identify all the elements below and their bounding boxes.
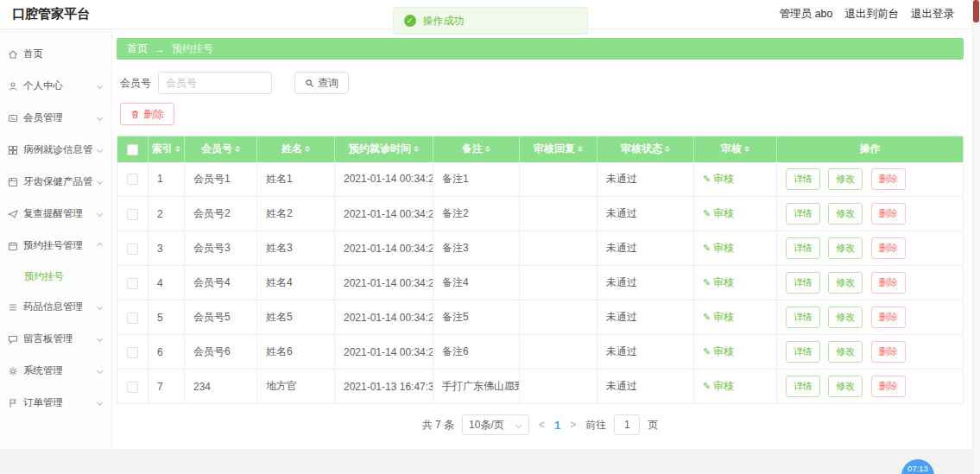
row-checkbox[interactable] bbox=[127, 243, 138, 255]
sort-icon[interactable] bbox=[665, 143, 670, 155]
cell-audit-reply bbox=[520, 197, 597, 231]
edit-icon: ✎ bbox=[703, 277, 711, 288]
goto-label: 前往 bbox=[585, 418, 606, 433]
cell-remark: 手打广东佛山愿到十分 bbox=[433, 370, 520, 404]
sidebar-item-recheck-reminder-management[interactable]: 复查提醒管理 bbox=[0, 198, 111, 230]
check-circle-icon: ✓ bbox=[404, 15, 416, 27]
edit-button[interactable]: 修改 bbox=[828, 237, 863, 259]
col-header-index: 索引 bbox=[152, 142, 173, 156]
logout-link[interactable]: 退出登录 bbox=[911, 7, 954, 22]
query-button[interactable]: 查询 bbox=[294, 72, 349, 94]
goto-unit: 页 bbox=[648, 418, 658, 433]
audit-link[interactable]: ✎审核 bbox=[703, 206, 734, 221]
sort-icon[interactable] bbox=[578, 143, 583, 155]
select-all-checkbox[interactable] bbox=[127, 144, 138, 155]
sidebar-item-medicine-info-management[interactable]: 药品信息管理 bbox=[0, 291, 111, 323]
delete-button[interactable]: 删除 bbox=[871, 307, 906, 328]
chevron-down-icon bbox=[515, 421, 522, 427]
sidebar-item-message-board-management[interactable]: 留言板管理 bbox=[0, 323, 111, 355]
edit-button[interactable]: 修改 bbox=[828, 203, 863, 224]
app-window: 口腔管家平台 管理员 abo 退出到前台 退出登录 ✓ 操作成功 首页 个人中心… bbox=[0, 0, 980, 474]
sidebar-item-personal-center[interactable]: 个人中心 bbox=[0, 70, 111, 102]
pagination: 共 7 条 10条/页 < 1 > 前往 页 bbox=[117, 414, 964, 435]
box-icon bbox=[8, 177, 18, 187]
delete-button[interactable]: 删除 bbox=[871, 272, 906, 294]
edit-button[interactable]: 修改 bbox=[828, 307, 863, 328]
detail-button[interactable]: 详情 bbox=[786, 307, 820, 328]
sidebar-item-appointment-management[interactable]: 预约挂号管理 bbox=[0, 230, 111, 262]
sidebar-item-member-management[interactable]: 会员管理 bbox=[0, 102, 111, 134]
audit-link[interactable]: ✎审核 bbox=[703, 310, 734, 325]
delete-button[interactable]: 删除 bbox=[871, 203, 906, 224]
sort-icon[interactable] bbox=[485, 143, 490, 155]
cell-index: 1 bbox=[149, 162, 185, 197]
breadcrumb-home[interactable]: 首页 bbox=[127, 41, 148, 56]
cell-name: 姓名5 bbox=[257, 300, 335, 335]
chevron-down-icon bbox=[97, 336, 103, 342]
vertical-scrollbar[interactable] bbox=[972, 0, 980, 474]
edit-button[interactable]: 修改 bbox=[828, 168, 863, 190]
audit-link[interactable]: ✎审核 bbox=[703, 379, 734, 394]
sidebar: 首页 个人中心 会员管理 病例就诊信息管理 牙齿保健产品管理 bbox=[0, 29, 112, 449]
edit-button[interactable]: 修改 bbox=[828, 272, 863, 294]
cell-member-no: 会员号3 bbox=[185, 231, 257, 266]
detail-button[interactable]: 详情 bbox=[786, 203, 820, 224]
page-size-select[interactable]: 10条/页 bbox=[462, 414, 529, 435]
sort-icon[interactable] bbox=[414, 143, 419, 155]
cell-time: 2021-01-14 00:34:26 bbox=[335, 335, 433, 370]
home-icon bbox=[8, 49, 18, 60]
cell-remark: 备注6 bbox=[433, 335, 520, 370]
cell-time: 2021-01-14 00:34:26 bbox=[335, 266, 433, 300]
detail-button[interactable]: 详情 bbox=[786, 341, 820, 363]
detail-button[interactable]: 详情 bbox=[786, 237, 820, 259]
detail-button[interactable]: 详情 bbox=[786, 168, 820, 190]
table-row: 5 会员号5 姓名5 2021-01-14 00:34:26 备注5 未通过 ✎… bbox=[117, 300, 964, 335]
sidebar-item-home[interactable]: 首页 bbox=[0, 38, 111, 70]
delete-button[interactable]: 删除 bbox=[871, 376, 906, 397]
col-header-audit: 审核 bbox=[721, 142, 742, 156]
sort-icon[interactable] bbox=[305, 143, 310, 155]
sort-icon[interactable] bbox=[175, 143, 180, 155]
row-checkbox[interactable] bbox=[127, 174, 138, 185]
appointments-table: 索引 会员号 姓名 预约就诊时间 备注 审核回复 审核状态 审核 操作 1 bbox=[117, 136, 964, 404]
audit-link[interactable]: ✎审核 bbox=[703, 241, 734, 256]
app-brand: 口腔管家平台 bbox=[12, 6, 90, 22]
prev-page-button[interactable]: < bbox=[537, 419, 547, 431]
row-checkbox[interactable] bbox=[127, 278, 138, 289]
cell-name: 姓名2 bbox=[257, 197, 335, 231]
edit-button[interactable]: 修改 bbox=[828, 376, 863, 397]
row-checkbox[interactable] bbox=[127, 347, 138, 358]
sidebar-subitem-appointment[interactable]: 预约挂号 bbox=[0, 262, 111, 291]
chevron-down-icon bbox=[97, 115, 103, 121]
audit-link[interactable]: ✎审核 bbox=[703, 275, 734, 290]
sort-icon[interactable] bbox=[235, 143, 240, 155]
delete-selected-button[interactable]: 删除 bbox=[120, 103, 174, 125]
detail-button[interactable]: 详情 bbox=[786, 272, 820, 294]
exit-to-front-link[interactable]: 退出到前台 bbox=[845, 7, 900, 22]
table-row: 2 会员号2 姓名2 2021-01-14 00:34:26 备注2 未通过 ✎… bbox=[117, 197, 964, 231]
delete-button[interactable]: 删除 bbox=[871, 237, 906, 259]
clock-badge[interactable]: 07:13 bbox=[901, 459, 934, 474]
col-header-audit-reply: 审核回复 bbox=[534, 142, 575, 156]
next-page-button[interactable]: > bbox=[568, 419, 578, 431]
row-checkbox[interactable] bbox=[127, 382, 138, 393]
sidebar-item-case-info-management[interactable]: 病例就诊信息管理 bbox=[0, 134, 111, 166]
audit-link[interactable]: ✎审核 bbox=[703, 172, 734, 186]
scrollbar-thumb[interactable] bbox=[973, 0, 979, 22]
sidebar-item-system-management[interactable]: 系统管理 bbox=[0, 355, 111, 387]
delete-button[interactable]: 删除 bbox=[871, 341, 906, 363]
member-no-input[interactable] bbox=[158, 72, 272, 94]
goto-page-input[interactable] bbox=[614, 414, 640, 435]
sidebar-item-dental-product-management[interactable]: 牙齿保健产品管理 bbox=[0, 166, 111, 198]
sidebar-item-order-management[interactable]: 订单管理 bbox=[0, 387, 111, 419]
sort-icon[interactable] bbox=[744, 143, 749, 155]
row-checkbox[interactable] bbox=[127, 313, 138, 324]
edit-button[interactable]: 修改 bbox=[828, 341, 863, 363]
row-checkbox[interactable] bbox=[127, 209, 138, 220]
detail-button[interactable]: 详情 bbox=[786, 376, 820, 397]
col-header-actions: 操作 bbox=[860, 142, 881, 156]
audit-link[interactable]: ✎审核 bbox=[703, 344, 734, 359]
delete-button[interactable]: 删除 bbox=[871, 168, 906, 190]
page-number-1[interactable]: 1 bbox=[554, 419, 560, 432]
cell-audit-status: 未通过 bbox=[597, 231, 694, 266]
